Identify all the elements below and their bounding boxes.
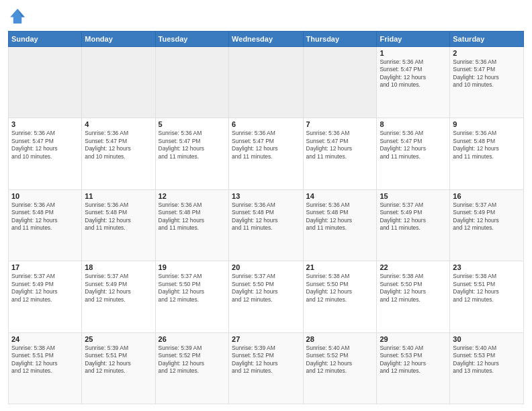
weekday-header-row: SundayMondayTuesdayWednesdayThursdayFrid… bbox=[9, 32, 524, 47]
day-number: 17 bbox=[11, 263, 79, 271]
day-info: Sunrise: 5:38 AM Sunset: 5:50 PM Dayligh… bbox=[306, 273, 374, 304]
logo bbox=[8, 7, 30, 26]
calendar-week-1: 3Sunrise: 5:36 AM Sunset: 5:47 PM Daylig… bbox=[9, 118, 524, 189]
calendar-cell: 30Sunrise: 5:40 AM Sunset: 5:53 PM Dayli… bbox=[450, 332, 524, 404]
day-number: 21 bbox=[306, 263, 374, 271]
calendar-cell: 15Sunrise: 5:37 AM Sunset: 5:49 PM Dayli… bbox=[377, 189, 450, 261]
day-number: 29 bbox=[380, 335, 447, 343]
day-info: Sunrise: 5:36 AM Sunset: 5:47 PM Dayligh… bbox=[232, 130, 300, 161]
day-number: 6 bbox=[232, 120, 300, 128]
calendar-cell: 28Sunrise: 5:40 AM Sunset: 5:52 PM Dayli… bbox=[303, 332, 377, 404]
day-info: Sunrise: 5:39 AM Sunset: 5:52 PM Dayligh… bbox=[159, 345, 226, 375]
day-number: 18 bbox=[85, 263, 152, 271]
day-info: Sunrise: 5:37 AM Sunset: 5:49 PM Dayligh… bbox=[380, 201, 447, 232]
calendar-cell: 18Sunrise: 5:37 AM Sunset: 5:49 PM Dayli… bbox=[82, 261, 155, 332]
calendar-cell bbox=[82, 47, 155, 118]
day-number: 19 bbox=[159, 263, 226, 271]
calendar-cell bbox=[303, 47, 377, 118]
day-info: Sunrise: 5:38 AM Sunset: 5:50 PM Dayligh… bbox=[380, 273, 447, 304]
calendar-cell: 10Sunrise: 5:36 AM Sunset: 5:48 PM Dayli… bbox=[9, 189, 82, 261]
day-info: Sunrise: 5:36 AM Sunset: 5:47 PM Dayligh… bbox=[85, 130, 152, 161]
day-number: 12 bbox=[159, 192, 226, 200]
calendar-cell: 2Sunrise: 5:36 AM Sunset: 5:47 PM Daylig… bbox=[450, 47, 524, 118]
day-info: Sunrise: 5:37 AM Sunset: 5:50 PM Dayligh… bbox=[159, 273, 226, 304]
calendar-cell: 17Sunrise: 5:37 AM Sunset: 5:49 PM Dayli… bbox=[9, 261, 82, 332]
day-number: 2 bbox=[453, 49, 521, 57]
day-number: 4 bbox=[85, 120, 152, 128]
day-number: 24 bbox=[11, 335, 79, 343]
day-number: 30 bbox=[453, 335, 521, 343]
day-info: Sunrise: 5:36 AM Sunset: 5:48 PM Dayligh… bbox=[11, 201, 79, 232]
day-number: 25 bbox=[85, 335, 152, 343]
day-info: Sunrise: 5:40 AM Sunset: 5:53 PM Dayligh… bbox=[380, 345, 447, 375]
calendar-cell: 9Sunrise: 5:36 AM Sunset: 5:48 PM Daylig… bbox=[450, 118, 524, 189]
day-info: Sunrise: 5:40 AM Sunset: 5:52 PM Dayligh… bbox=[306, 345, 374, 375]
day-info: Sunrise: 5:38 AM Sunset: 5:51 PM Dayligh… bbox=[453, 273, 521, 304]
day-info: Sunrise: 5:37 AM Sunset: 5:49 PM Dayligh… bbox=[453, 201, 521, 232]
day-number: 15 bbox=[380, 192, 447, 200]
day-info: Sunrise: 5:36 AM Sunset: 5:47 PM Dayligh… bbox=[380, 130, 447, 161]
day-info: Sunrise: 5:36 AM Sunset: 5:48 PM Dayligh… bbox=[232, 201, 300, 232]
calendar-cell: 16Sunrise: 5:37 AM Sunset: 5:49 PM Dayli… bbox=[450, 189, 524, 261]
calendar-table: SundayMondayTuesdayWednesdayThursdayFrid… bbox=[8, 31, 524, 404]
day-number: 10 bbox=[11, 192, 79, 200]
calendar-cell: 4Sunrise: 5:36 AM Sunset: 5:47 PM Daylig… bbox=[82, 118, 155, 189]
weekday-header-tuesday: Tuesday bbox=[155, 32, 228, 47]
day-info: Sunrise: 5:36 AM Sunset: 5:48 PM Dayligh… bbox=[453, 130, 521, 161]
calendar-cell: 3Sunrise: 5:36 AM Sunset: 5:47 PM Daylig… bbox=[9, 118, 82, 189]
day-info: Sunrise: 5:36 AM Sunset: 5:48 PM Dayligh… bbox=[159, 201, 226, 232]
calendar-cell: 14Sunrise: 5:36 AM Sunset: 5:48 PM Dayli… bbox=[303, 189, 377, 261]
day-info: Sunrise: 5:36 AM Sunset: 5:47 PM Dayligh… bbox=[380, 58, 447, 89]
day-number: 13 bbox=[232, 192, 300, 200]
calendar-cell bbox=[229, 47, 303, 118]
calendar-cell: 12Sunrise: 5:36 AM Sunset: 5:48 PM Dayli… bbox=[155, 189, 228, 261]
calendar-cell: 26Sunrise: 5:39 AM Sunset: 5:52 PM Dayli… bbox=[155, 332, 228, 404]
calendar-cell: 13Sunrise: 5:36 AM Sunset: 5:48 PM Dayli… bbox=[229, 189, 303, 261]
calendar-cell: 20Sunrise: 5:37 AM Sunset: 5:50 PM Dayli… bbox=[229, 261, 303, 332]
day-number: 8 bbox=[380, 120, 447, 128]
calendar-cell: 22Sunrise: 5:38 AM Sunset: 5:50 PM Dayli… bbox=[377, 261, 450, 332]
day-number: 23 bbox=[453, 263, 521, 271]
calendar-cell: 29Sunrise: 5:40 AM Sunset: 5:53 PM Dayli… bbox=[377, 332, 450, 404]
day-number: 26 bbox=[159, 335, 226, 343]
weekday-header-friday: Friday bbox=[377, 32, 450, 47]
weekday-header-thursday: Thursday bbox=[303, 32, 377, 47]
day-info: Sunrise: 5:38 AM Sunset: 5:51 PM Dayligh… bbox=[11, 345, 79, 375]
weekday-header-monday: Monday bbox=[82, 32, 155, 47]
day-info: Sunrise: 5:36 AM Sunset: 5:47 PM Dayligh… bbox=[453, 58, 521, 89]
calendar-week-2: 10Sunrise: 5:36 AM Sunset: 5:48 PM Dayli… bbox=[9, 189, 524, 261]
logo-icon bbox=[8, 7, 27, 26]
weekday-header-saturday: Saturday bbox=[450, 32, 524, 47]
calendar-cell: 7Sunrise: 5:36 AM Sunset: 5:47 PM Daylig… bbox=[303, 118, 377, 189]
calendar-week-4: 24Sunrise: 5:38 AM Sunset: 5:51 PM Dayli… bbox=[9, 332, 524, 404]
calendar-cell: 24Sunrise: 5:38 AM Sunset: 5:51 PM Dayli… bbox=[9, 332, 82, 404]
day-info: Sunrise: 5:39 AM Sunset: 5:51 PM Dayligh… bbox=[85, 345, 152, 375]
day-number: 14 bbox=[306, 192, 374, 200]
calendar-cell: 23Sunrise: 5:38 AM Sunset: 5:51 PM Dayli… bbox=[450, 261, 524, 332]
day-info: Sunrise: 5:37 AM Sunset: 5:49 PM Dayligh… bbox=[85, 273, 152, 304]
calendar-cell: 5Sunrise: 5:36 AM Sunset: 5:47 PM Daylig… bbox=[155, 118, 228, 189]
calendar-cell: 6Sunrise: 5:36 AM Sunset: 5:47 PM Daylig… bbox=[229, 118, 303, 189]
day-info: Sunrise: 5:39 AM Sunset: 5:52 PM Dayligh… bbox=[232, 345, 300, 375]
calendar-week-0: 1Sunrise: 5:36 AM Sunset: 5:47 PM Daylig… bbox=[9, 47, 524, 118]
calendar-cell: 21Sunrise: 5:38 AM Sunset: 5:50 PM Dayli… bbox=[303, 261, 377, 332]
day-number: 20 bbox=[232, 263, 300, 271]
calendar-cell: 1Sunrise: 5:36 AM Sunset: 5:47 PM Daylig… bbox=[377, 47, 450, 118]
day-info: Sunrise: 5:36 AM Sunset: 5:48 PM Dayligh… bbox=[306, 201, 374, 232]
calendar-cell: 19Sunrise: 5:37 AM Sunset: 5:50 PM Dayli… bbox=[155, 261, 228, 332]
day-info: Sunrise: 5:36 AM Sunset: 5:47 PM Dayligh… bbox=[11, 130, 79, 161]
weekday-header-sunday: Sunday bbox=[9, 32, 82, 47]
calendar-cell: 8Sunrise: 5:36 AM Sunset: 5:47 PM Daylig… bbox=[377, 118, 450, 189]
calendar-week-3: 17Sunrise: 5:37 AM Sunset: 5:49 PM Dayli… bbox=[9, 261, 524, 332]
day-info: Sunrise: 5:37 AM Sunset: 5:49 PM Dayligh… bbox=[11, 273, 79, 304]
day-number: 22 bbox=[380, 263, 447, 271]
calendar-cell: 27Sunrise: 5:39 AM Sunset: 5:52 PM Dayli… bbox=[229, 332, 303, 404]
calendar-cell bbox=[155, 47, 228, 118]
weekday-header-wednesday: Wednesday bbox=[229, 32, 303, 47]
day-number: 1 bbox=[380, 49, 447, 57]
calendar: SundayMondayTuesdayWednesdayThursdayFrid… bbox=[8, 31, 524, 404]
day-number: 7 bbox=[306, 120, 374, 128]
day-number: 16 bbox=[453, 192, 521, 200]
day-info: Sunrise: 5:36 AM Sunset: 5:47 PM Dayligh… bbox=[306, 130, 374, 161]
day-info: Sunrise: 5:36 AM Sunset: 5:47 PM Dayligh… bbox=[159, 130, 226, 161]
